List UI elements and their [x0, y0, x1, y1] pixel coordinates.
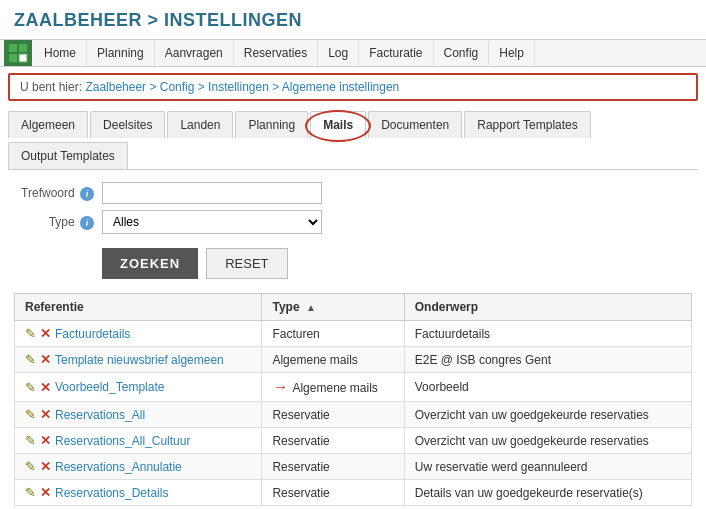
row-onderwerp-cell: Overzicht van uw goedgekeurde reservatie… [404, 402, 691, 428]
type-select[interactable]: Alles Facturen Algemene mails Reservatie [102, 210, 322, 234]
delete-icon[interactable]: ✕ [40, 380, 51, 395]
page-title: ZAALBEHEER > INSTELLINGEN [0, 0, 706, 39]
results-table: Referentie Type ▲ Onderwerp ✎✕Factuurdet… [14, 293, 692, 506]
button-row: ZOEKEN RESET [102, 248, 692, 279]
row-onderwerp-cell: E2E @ ISB congres Gent [404, 347, 691, 373]
trefwoord-label: Trefwoord i [14, 186, 94, 201]
delete-icon[interactable]: ✕ [40, 407, 51, 422]
edit-icon[interactable]: ✎ [25, 407, 36, 422]
col-header-type[interactable]: Type ▲ [262, 294, 404, 321]
nav-config[interactable]: Config [434, 41, 490, 65]
row-actions-cell: ✎✕Reservations_Details [15, 480, 262, 506]
nav-bar: Home Planning Aanvragen Reservaties Log … [0, 39, 706, 67]
delete-icon[interactable]: ✕ [40, 485, 51, 500]
sort-icon-type: ▲ [306, 302, 316, 313]
edit-icon[interactable]: ✎ [25, 485, 36, 500]
row-actions-cell: ✎✕Factuurdetails [15, 321, 262, 347]
svg-rect-2 [9, 54, 17, 62]
svg-rect-3 [19, 54, 27, 62]
breadcrumb-text: U bent hier: Zaalbeheer > Config > Inste… [20, 80, 399, 94]
row-referentie-link[interactable]: Template nieuwsbrief algemeen [55, 353, 224, 367]
trefwoord-input[interactable] [102, 182, 322, 204]
table-row: ✎✕Reservations_DetailsReservatieDetails … [15, 480, 692, 506]
nav-log[interactable]: Log [318, 41, 359, 65]
row-referentie-link[interactable]: Reservations_All [55, 408, 145, 422]
row-actions-cell: ✎✕Template nieuwsbrief algemeen [15, 347, 262, 373]
table-row: ✎✕Voorbeeld_Template→ Algemene mailsVoor… [15, 373, 692, 402]
tab-documenten[interactable]: Documenten [368, 111, 462, 138]
trefwoord-info-icon: i [80, 187, 94, 201]
tab-deelsites[interactable]: Deelsites [90, 111, 165, 138]
zoeken-button[interactable]: ZOEKEN [102, 248, 198, 279]
type-info-icon: i [80, 216, 94, 230]
row-actions-cell: ✎✕Reservations_All [15, 402, 262, 428]
row-onderwerp-cell: Overzicht van uw goedgekeurde reservatie… [404, 428, 691, 454]
row-type-cell: Reservatie [262, 480, 404, 506]
breadcrumb: U bent hier: Zaalbeheer > Config > Inste… [8, 73, 698, 101]
row-referentie-link[interactable]: Reservations_All_Cultuur [55, 434, 190, 448]
row-actions: ✎✕Reservations_All_Cultuur [25, 433, 251, 448]
edit-icon[interactable]: ✎ [25, 459, 36, 474]
type-label: Type i [14, 215, 94, 230]
row-actions: ✎✕Template nieuwsbrief algemeen [25, 352, 251, 367]
row-onderwerp-cell: Uw reservatie werd geannuleerd [404, 454, 691, 480]
delete-icon[interactable]: ✕ [40, 433, 51, 448]
col-header-onderwerp: Onderwerp [404, 294, 691, 321]
search-section: Trefwoord i Type i Alles Facturen Algeme… [14, 182, 692, 234]
row-referentie-link[interactable]: Voorbeeld_Template [55, 380, 164, 394]
tab-output-templates[interactable]: Output Templates [8, 142, 128, 169]
svg-rect-0 [9, 44, 17, 52]
table-row: ✎✕Reservations_All_CultuurReservatieOver… [15, 428, 692, 454]
row-type-cell: → Algemene mails [262, 373, 404, 402]
type-row: Type i Alles Facturen Algemene mails Res… [14, 210, 692, 234]
delete-icon[interactable]: ✕ [40, 352, 51, 367]
row-actions-cell: ✎✕Voorbeeld_Template [15, 373, 262, 402]
tab-landen[interactable]: Landen [167, 111, 233, 138]
table-row: ✎✕Reservations_AllReservatieOverzicht va… [15, 402, 692, 428]
tab-planning[interactable]: Planning [235, 111, 308, 138]
row-type-cell: Reservatie [262, 402, 404, 428]
nav-reservaties[interactable]: Reservaties [234, 41, 318, 65]
row-actions: ✎✕Voorbeeld_Template [25, 380, 251, 395]
reset-button[interactable]: RESET [206, 248, 287, 279]
col-header-referentie: Referentie [15, 294, 262, 321]
delete-icon[interactable]: ✕ [40, 459, 51, 474]
row-onderwerp-cell: Factuurdetails [404, 321, 691, 347]
row-type-cell: Algemene mails [262, 347, 404, 373]
tab-mails[interactable]: Mails [310, 111, 366, 139]
nav-home[interactable]: Home [34, 41, 87, 65]
row-actions-cell: ✎✕Reservations_All_Cultuur [15, 428, 262, 454]
nav-planning[interactable]: Planning [87, 41, 155, 65]
row-referentie-link[interactable]: Factuurdetails [55, 327, 130, 341]
table-row: ✎✕FactuurdetailsFacturenFactuurdetails [15, 321, 692, 347]
edit-icon[interactable]: ✎ [25, 380, 36, 395]
nav-facturatie[interactable]: Facturatie [359, 41, 433, 65]
tab-algemeen[interactable]: Algemeen [8, 111, 88, 138]
svg-rect-1 [19, 44, 27, 52]
row-actions: ✎✕Reservations_Annulatie [25, 459, 251, 474]
edit-icon[interactable]: ✎ [25, 352, 36, 367]
row-referentie-link[interactable]: Reservations_Annulatie [55, 460, 182, 474]
row-actions-cell: ✎✕Reservations_Annulatie [15, 454, 262, 480]
table-row: ✎✕Template nieuwsbrief algemeenAlgemene … [15, 347, 692, 373]
nav-aanvragen[interactable]: Aanvragen [155, 41, 234, 65]
edit-icon[interactable]: ✎ [25, 326, 36, 341]
row-onderwerp-cell: Voorbeeld [404, 373, 691, 402]
tab-rapport-templates[interactable]: Rapport Templates [464, 111, 591, 138]
nav-logo [4, 40, 32, 66]
row-arrow-annotation: → [272, 378, 288, 396]
row-actions: ✎✕Reservations_Details [25, 485, 251, 500]
row-onderwerp-cell: Details van uw goedgekeurde reservatie(s… [404, 480, 691, 506]
trefwoord-row: Trefwoord i [14, 182, 692, 204]
row-type-cell: Reservatie [262, 454, 404, 480]
row-actions: ✎✕Factuurdetails [25, 326, 251, 341]
table-row: ✎✕Reservations_AnnulatieReservatieUw res… [15, 454, 692, 480]
nav-help[interactable]: Help [489, 41, 535, 65]
row-type-cell: Facturen [262, 321, 404, 347]
edit-icon[interactable]: ✎ [25, 433, 36, 448]
row-referentie-link[interactable]: Reservations_Details [55, 486, 168, 500]
content-area: Trefwoord i Type i Alles Facturen Algeme… [0, 170, 706, 509]
delete-icon[interactable]: ✕ [40, 326, 51, 341]
row-actions: ✎✕Reservations_All [25, 407, 251, 422]
tabs-bar: Algemeen Deelsites Landen Planning Mails… [8, 107, 698, 170]
